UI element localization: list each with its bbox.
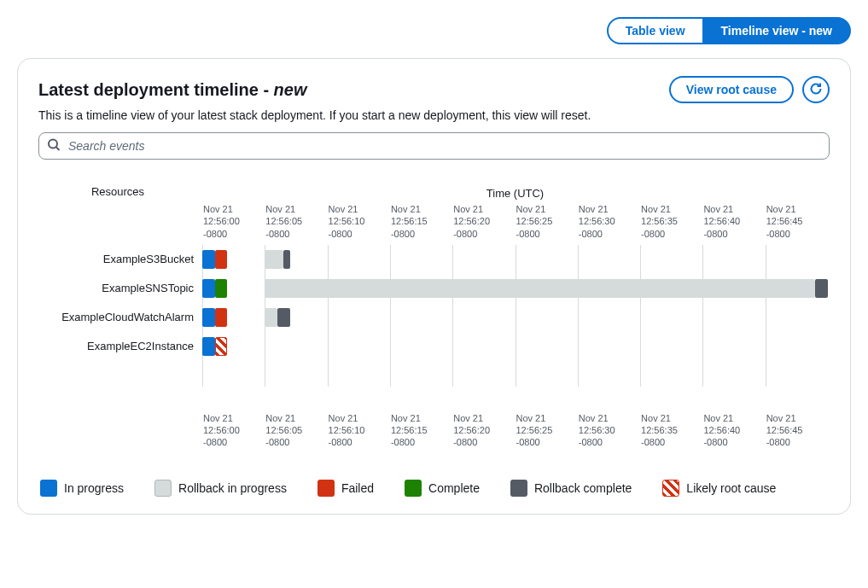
- time-tick: Nov 2112:56:35-0800: [640, 412, 702, 449]
- tab-table-view[interactable]: Table view: [607, 17, 704, 44]
- resource-label: ExampleS3Bucket: [40, 245, 202, 274]
- timeline-panel: Latest deployment timeline - new View ro…: [17, 58, 851, 515]
- time-tick: Nov 2112:56:00-0800: [202, 203, 265, 240]
- view-tabs: Table view Timeline view - new: [17, 17, 851, 44]
- time-axis-label: Time (UTC): [202, 187, 828, 200]
- segment-rollback[interactable]: [265, 308, 277, 327]
- timeline-row: [202, 337, 828, 356]
- time-tick: Nov 2112:56:20-0800: [452, 203, 515, 240]
- time-tick: Nov 2112:56:40-0800: [702, 203, 765, 240]
- resource-label: ExampleSNSTopic: [40, 274, 202, 303]
- title-main: Latest deployment timeline -: [38, 80, 274, 99]
- segment-rollback-complete[interactable]: [815, 279, 828, 298]
- legend-root-cause: Likely root cause: [662, 480, 776, 497]
- time-tick: Nov 2112:56:35-0800: [640, 203, 702, 240]
- segment-failed[interactable]: [215, 250, 228, 269]
- time-tick: Nov 2112:56:25-0800: [515, 412, 577, 449]
- search-icon: [47, 138, 61, 154]
- time-tick: Nov 2112:56:10-0800: [328, 412, 390, 449]
- segment-root-cause[interactable]: [215, 337, 228, 356]
- time-tick: Nov 2112:56:40-0800: [702, 412, 765, 449]
- time-tick: Nov 2112:56:25-0800: [515, 203, 577, 240]
- time-tick: Nov 2112:56:00-0800: [202, 412, 265, 449]
- resources-axis-label: Resources: [40, 185, 202, 200]
- time-tick: Nov 2112:56:30-0800: [578, 412, 640, 449]
- legend-failed: Failed: [317, 480, 374, 497]
- timeline-row: [202, 279, 828, 298]
- time-tick: Nov 2112:56:15-0800: [390, 412, 452, 449]
- timeline-row: [202, 308, 828, 327]
- segment-complete[interactable]: [215, 279, 228, 298]
- time-tick: Nov 2112:56:15-0800: [390, 203, 452, 240]
- page-title: Latest deployment timeline - new: [38, 80, 307, 100]
- timeline-row: [202, 250, 828, 269]
- time-tick: Nov 2112:56:45-0800: [766, 412, 828, 449]
- refresh-icon: [809, 82, 823, 98]
- legend-in-progress: In progress: [40, 480, 124, 497]
- title-new-tag: new: [274, 80, 307, 99]
- resource-label: ExampleCloudWatchAlarm: [40, 303, 202, 332]
- time-tick: Nov 2112:56:45-0800: [766, 203, 828, 240]
- search-input[interactable]: [38, 132, 830, 160]
- legend-rollback-complete: Rollback complete: [510, 480, 632, 497]
- svg-point-0: [49, 140, 57, 148]
- legend-complete: Complete: [405, 480, 480, 497]
- time-tick: Nov 2112:56:05-0800: [265, 203, 327, 240]
- refresh-button[interactable]: [802, 76, 830, 103]
- tab-timeline-view[interactable]: Timeline view - new: [702, 17, 851, 44]
- segment-failed[interactable]: [215, 308, 228, 327]
- legend-rollback-in-progress: Rollback in progress: [154, 480, 287, 497]
- segment-rollback-complete[interactable]: [283, 250, 289, 269]
- segment-inprog[interactable]: [202, 308, 215, 327]
- segment-inprog[interactable]: [202, 337, 215, 356]
- subtitle: This is a timeline view of your latest s…: [38, 108, 830, 122]
- timeline-chart: Resources Time (UTC) Nov 2112:56:00-0800…: [38, 177, 830, 449]
- time-tick: Nov 2112:56:30-0800: [578, 203, 640, 240]
- segment-inprog[interactable]: [202, 250, 215, 269]
- time-tick: Nov 2112:56:10-0800: [328, 203, 390, 240]
- time-tick: Nov 2112:56:05-0800: [265, 412, 327, 449]
- resource-label: ExampleEC2Instance: [40, 332, 202, 361]
- segment-rollback[interactable]: [265, 250, 283, 269]
- segment-rollback[interactable]: [265, 279, 815, 298]
- time-tick: Nov 2112:56:20-0800: [452, 412, 515, 449]
- segment-rollback-complete[interactable]: [277, 308, 290, 327]
- view-root-cause-button[interactable]: View root cause: [669, 76, 794, 103]
- legend: In progress Rollback in progress Failed …: [38, 480, 830, 497]
- segment-inprog[interactable]: [202, 279, 215, 298]
